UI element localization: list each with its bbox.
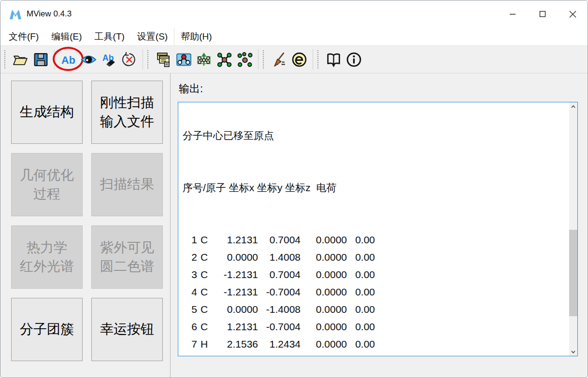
clipped-line: 分子中心已移至原点: [183, 127, 568, 144]
toolbar: Ab Ab: [0, 46, 588, 73]
atom-cell: 2.1536: [210, 336, 258, 353]
atom-cell: 0.00: [347, 353, 375, 356]
scan-plane-button[interactable]: [194, 48, 214, 70]
atom-cell: -0.7004: [258, 318, 301, 336]
atom-cell: 0.0000: [301, 301, 347, 318]
atom-cell: 8: [183, 353, 197, 356]
atom-cell: 1.2131: [210, 231, 258, 249]
toolbar-separator: [258, 49, 258, 70]
hide-labels-icon: Ab: [101, 52, 117, 68]
atom-cell: -1.2131: [210, 283, 258, 301]
sidebar-button-scan-result[interactable]: 扫描结果: [91, 153, 163, 216]
toolbar-grip[interactable]: [147, 50, 150, 69]
menu-settings[interactable]: 设置(S): [131, 28, 174, 45]
atom-cell: 0.0000: [210, 353, 258, 356]
clean-broom-icon: [271, 52, 287, 68]
scroll-down-button[interactable]: [569, 348, 577, 356]
atom-rows: 1C1.21310.70040.00000.002C0.00001.40080.…: [183, 231, 568, 356]
maximize-button[interactable]: [528, 0, 558, 28]
output-textarea[interactable]: 分子中心已移至原点 序号/原子 坐标x 坐标y 坐标z 电荷 1C1.21310…: [178, 102, 578, 356]
sidebar-button-uv-cd[interactable]: 紫外可见 圆二色谱: [91, 225, 163, 289]
minimize-button[interactable]: [498, 0, 528, 28]
mview-logo-icon: [9, 8, 22, 20]
about-info-button[interactable]: [344, 48, 364, 70]
save-file-icon: [33, 52, 49, 68]
energy-e-button[interactable]: [289, 48, 309, 70]
clean-broom-button[interactable]: [269, 48, 289, 70]
atom-row: 6C1.2131-0.70040.00000.00: [183, 318, 568, 336]
toolbar-grip[interactable]: [263, 50, 266, 69]
view-eye-button[interactable]: [78, 48, 99, 70]
toolbar-separator: [143, 49, 143, 70]
molecule-dissociate-button[interactable]: [234, 48, 255, 70]
windows-cascade-button[interactable]: [153, 48, 173, 70]
manual-book-button[interactable]: [323, 48, 344, 70]
scrollbar-thumb[interactable]: [569, 230, 577, 316]
menu-file[interactable]: 文件(F): [2, 28, 45, 45]
close-button[interactable]: [558, 0, 588, 28]
svg-text:Ab: Ab: [61, 54, 75, 66]
atom-row: 1C1.21310.70040.00000.00: [183, 231, 568, 249]
output-panel: 输出: 分子中心已移至原点 序号/原子 坐标x 坐标y 坐标z 电荷 1C1.2…: [171, 73, 588, 378]
atom-cell: 7: [183, 336, 197, 353]
molecule-view-button[interactable]: [173, 48, 194, 70]
atom-row: 4C-1.2131-0.70040.00000.00: [183, 283, 568, 301]
sidebar: 生成结构 刚性扫描 输入文件 几何优化 过程 扫描结果 热力学 红外光谱 紫外可…: [0, 73, 171, 378]
toolbar-separator: [54, 49, 55, 70]
sidebar-button-generate-structure[interactable]: 生成结构: [11, 81, 83, 144]
atom-cell: 0.0000: [210, 301, 258, 318]
atom-row: 3C-1.21310.70040.00000.00: [183, 266, 568, 283]
menu-edit[interactable]: 编辑(E): [45, 28, 88, 45]
open-file-icon: [13, 52, 29, 68]
sidebar-button-geometry-optimization[interactable]: 几何优化 过程: [11, 153, 83, 216]
scroll-up-button[interactable]: [569, 102, 577, 111]
atom-cell: 1: [183, 231, 197, 249]
atom-cell: 0.0000: [301, 283, 347, 301]
atom-cell: C: [197, 283, 210, 301]
atom-cell: C: [197, 249, 210, 266]
atom-cell: 2: [183, 249, 197, 266]
atom-row: 2C0.00001.40080.00000.00: [183, 249, 568, 266]
atom-cell: 3: [183, 266, 197, 283]
sidebar-button-rigid-scan-input[interactable]: 刚性扫描 输入文件: [91, 81, 163, 144]
menu-tools[interactable]: 工具(T): [88, 28, 131, 45]
atom-cell: -0.7004: [258, 283, 301, 301]
atom-cell: -1.2131: [210, 266, 258, 283]
manual-book-icon: [326, 52, 342, 68]
molecule-bonds-button[interactable]: [214, 48, 234, 70]
clear-cancel-button[interactable]: [119, 48, 139, 70]
atom-cell: 0.00: [347, 301, 375, 318]
save-file-button[interactable]: [30, 48, 51, 70]
hide-labels-button[interactable]: Ab: [99, 48, 119, 70]
atom-cell: 2.4868: [258, 353, 301, 356]
vertical-scrollbar[interactable]: [569, 102, 577, 356]
atom-cell: 1.4008: [258, 249, 301, 266]
chevron-down-icon: [571, 350, 575, 353]
atom-cell: 0.0000: [301, 318, 347, 336]
show-labels-button[interactable]: Ab: [58, 48, 78, 70]
atom-cell: 4: [183, 283, 197, 301]
atom-cell: 1.2131: [210, 318, 258, 336]
table-header-line: 序号/原子 坐标x 坐标y 坐标z 电荷: [183, 179, 568, 196]
atom-cell: H: [197, 336, 210, 353]
open-file-button[interactable]: [10, 48, 30, 70]
toolbar-grip[interactable]: [317, 50, 320, 69]
toolbar-separator: [313, 49, 313, 70]
atom-cell: H: [197, 353, 210, 356]
atom-cell: 0.0000: [301, 353, 347, 356]
atom-cell: 0.7004: [258, 231, 301, 249]
sidebar-button-thermo-ir[interactable]: 热力学 红外光谱: [11, 225, 83, 289]
atom-cell: 0.00: [347, 336, 375, 353]
sidebar-button-molecular-cluster[interactable]: 分子团簇: [11, 298, 83, 361]
windows-cascade-icon: [156, 52, 172, 68]
sidebar-button-lucky[interactable]: 幸运按钮: [91, 298, 163, 361]
menu-help[interactable]: 帮助(H): [174, 28, 218, 45]
atom-cell: C: [197, 301, 210, 318]
title-bar: MView 0.4.3: [0, 0, 588, 28]
sidebar-button-grid: 生成结构 刚性扫描 输入文件 几何优化 过程 扫描结果 热力学 红外光谱 紫外可…: [11, 81, 170, 361]
toolbar-grip[interactable]: [4, 50, 7, 69]
output-text: 分子中心已移至原点 序号/原子 坐标x 坐标y 坐标z 电荷 1C1.21310…: [178, 102, 577, 356]
atom-cell: 5: [183, 301, 197, 318]
atom-cell: C: [197, 266, 210, 283]
atom-row: 5C0.0000-1.40080.00000.00: [183, 301, 568, 318]
